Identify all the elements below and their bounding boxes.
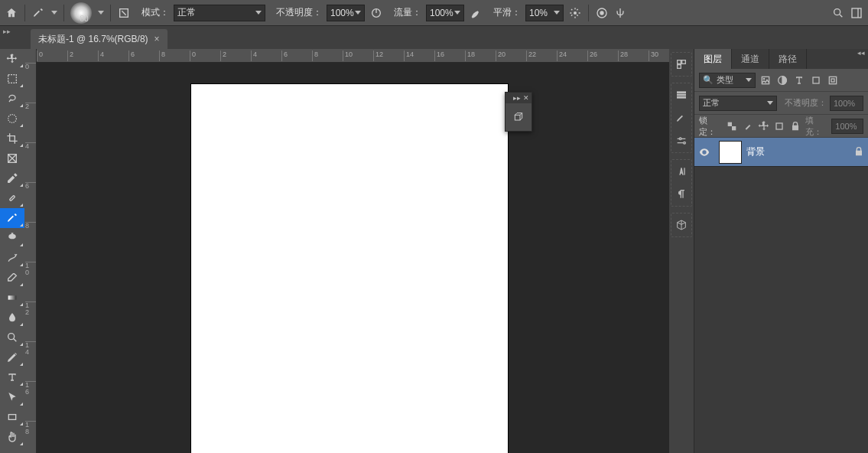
filter-shape-icon[interactable]: [809, 73, 823, 87]
opacity-label: 不透明度：: [276, 6, 322, 19]
brush-panel-toggle-icon[interactable]: [117, 6, 131, 20]
healing-tool[interactable]: [0, 188, 24, 208]
close-tab-icon[interactable]: ×: [154, 34, 160, 44]
type-tool[interactable]: [0, 367, 24, 387]
blend-mode-select[interactable]: 正常: [174, 5, 265, 21]
filter-pixel-icon[interactable]: [759, 73, 772, 87]
brush-tool[interactable]: [0, 208, 24, 228]
crop-tool[interactable]: [0, 129, 24, 148]
smooth-label: 平滑：: [493, 6, 521, 19]
blur-tool[interactable]: [0, 308, 24, 328]
layer-opacity-field[interactable]: 100%: [830, 96, 863, 111]
lock-label: 锁定：: [699, 115, 723, 138]
rectangle-tool[interactable]: [0, 407, 24, 427]
airbrush-icon[interactable]: [469, 6, 483, 20]
layer-visibility-icon[interactable]: [694, 146, 714, 158]
path-select-tool[interactable]: [0, 387, 24, 407]
size-pressure-icon[interactable]: [595, 6, 609, 20]
filter-smart-icon[interactable]: [826, 73, 840, 87]
lock-position-icon[interactable]: [757, 119, 770, 133]
layer-thumbnail[interactable]: [719, 141, 742, 164]
brushes-panel-icon[interactable]: [673, 86, 690, 103]
svg-point-4: [600, 11, 603, 15]
tab-paths[interactable]: 路径: [769, 49, 807, 69]
dock-group-2: [671, 83, 692, 153]
pen-tool[interactable]: [0, 347, 24, 367]
tool-preset-caret-icon[interactable]: [51, 11, 57, 15]
ruler-horizontal[interactable]: 02468024681012141618202224262830: [37, 49, 669, 63]
mode-label: 模式：: [141, 6, 169, 19]
3d-panel-icon[interactable]: [673, 217, 690, 233]
canvas[interactable]: [191, 84, 508, 453]
svg-rect-7: [8, 75, 17, 83]
lock-image-icon[interactable]: [742, 119, 755, 133]
adjustments-panel-icon[interactable]: [673, 132, 690, 149]
filter-adjust-icon[interactable]: [775, 73, 789, 87]
collapse-panel-icon[interactable]: ▸▸: [513, 94, 521, 102]
opacity-pressure-icon[interactable]: [369, 6, 383, 20]
paragraph-panel-icon[interactable]: [673, 186, 690, 203]
lock-all-icon[interactable]: [789, 119, 802, 133]
svg-rect-13: [8, 415, 15, 420]
workspace-icon[interactable]: [850, 6, 863, 20]
quick-select-tool[interactable]: [0, 109, 24, 129]
svg-rect-18: [678, 92, 686, 93]
home-icon[interactable]: [5, 6, 18, 20]
svg-point-22: [684, 142, 686, 144]
lock-transparent-icon[interactable]: [726, 119, 739, 133]
brush-tool-icon[interactable]: [31, 6, 45, 20]
svg-rect-23: [684, 168, 684, 174]
marquee-tool[interactable]: [0, 69, 24, 89]
move-tool[interactable]: [0, 49, 24, 69]
search-icon[interactable]: [831, 6, 845, 20]
collapse-dock-icon[interactable]: ◂◂: [857, 49, 865, 57]
collapse-toolbar-icon[interactable]: ▸▸: [3, 28, 11, 35]
brush-settings-panel-icon[interactable]: [673, 109, 690, 126]
history-brush-tool[interactable]: [0, 248, 24, 268]
floating-3d-panel[interactable]: ▸▸ ✕: [505, 92, 532, 132]
svg-rect-10: [9, 195, 15, 201]
tab-channels[interactable]: 通道: [732, 49, 769, 69]
svg-rect-6: [852, 8, 861, 18]
ruler-vertical[interactable]: 0246810121416182022: [24, 49, 37, 453]
svg-rect-19: [678, 94, 686, 95]
clone-stamp-tool[interactable]: [0, 228, 24, 248]
tab-layers[interactable]: 图层: [694, 49, 732, 69]
layer-filter-kind[interactable]: 🔍类型: [699, 73, 756, 88]
smooth-select[interactable]: 10%: [525, 5, 564, 21]
layer-row[interactable]: 背景: [694, 138, 868, 167]
canvas-area: 0246810121416182022 02468024681012141618…: [24, 49, 669, 453]
hand-tool[interactable]: [0, 427, 24, 447]
dodge-tool[interactable]: [0, 328, 24, 347]
flow-select[interactable]: 100%: [426, 5, 464, 21]
opacity-select[interactable]: 100%: [327, 5, 365, 21]
document-tab-title: 未标题-1 @ 16.7%(RGB/8): [38, 33, 148, 46]
eraser-tool[interactable]: [0, 268, 24, 288]
lasso-tool[interactable]: [0, 89, 24, 109]
symmetry-icon[interactable]: [613, 6, 627, 20]
close-panel-icon[interactable]: ✕: [523, 94, 529, 102]
brush-size-label: 80: [73, 15, 95, 23]
document-tab[interactable]: 未标题-1 @ 16.7%(RGB/8) ×: [31, 29, 167, 49]
layer-lock-icon[interactable]: [853, 145, 868, 159]
smooth-settings-icon[interactable]: [568, 6, 582, 20]
options-bar: 80 模式： 正常 不透明度： 100% 流量： 100% 平滑： 10%: [0, 0, 868, 26]
lock-artboard-icon[interactable]: [773, 119, 786, 133]
brush-preset-picker[interactable]: 80: [70, 2, 104, 24]
gradient-tool[interactable]: [0, 288, 24, 308]
layer-blend-select[interactable]: 正常: [699, 96, 777, 111]
svg-rect-17: [678, 65, 681, 69]
history-panel-icon[interactable]: [673, 56, 690, 73]
character-panel-icon[interactable]: [673, 163, 690, 180]
svg-point-5: [834, 8, 840, 15]
frame-tool[interactable]: [0, 148, 24, 168]
floating-panel-header[interactable]: ▸▸ ✕: [506, 93, 532, 103]
main-area: 0246810121416182022 02468024681012141618…: [0, 49, 868, 453]
filter-type-icon[interactable]: [792, 73, 806, 87]
layer-fill-field[interactable]: 100%: [831, 119, 863, 134]
floating-panel-body[interactable]: [506, 103, 532, 131]
dock-group-4: [671, 213, 692, 237]
layer-name[interactable]: 背景: [746, 145, 853, 158]
svg-rect-15: [678, 60, 681, 64]
eyedropper-tool[interactable]: [0, 168, 24, 188]
